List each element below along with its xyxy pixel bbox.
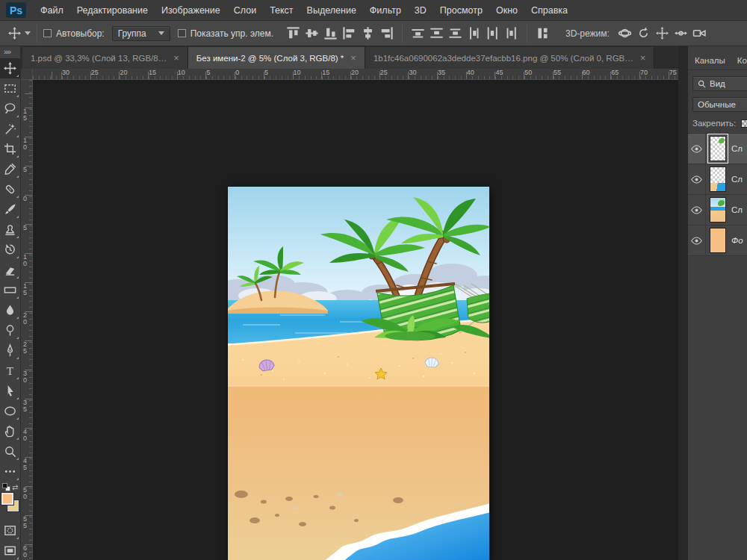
panel-tab-channels[interactable]: Каналы [695,56,725,65]
menu-item[interactable]: Фильтр [363,0,408,21]
ruler-corner[interactable] [21,69,33,80]
ruler-label: 25 [23,341,29,355]
spot-healing-brush-tool[interactable] [0,179,20,199]
ruler-label: 5 [264,69,268,76]
path-selection-tool[interactable] [0,381,20,401]
eraser-tool[interactable] [0,260,20,280]
layer-filter-dropdown[interactable]: Вид [692,76,747,91]
edit-toolbar-button[interactable] [0,461,20,482]
layer-name[interactable]: Сл [731,144,743,153]
swap-colors-icon[interactable]: ⇄ [12,483,18,491]
hand-tool[interactable] [0,421,20,441]
distribute-left-edges-button[interactable] [465,25,483,43]
menu-item[interactable]: Изображение [155,0,227,21]
layer-thumbnail[interactable] [710,197,726,223]
layer-row[interactable]: Сл [688,195,747,225]
menu-item[interactable]: Файл [34,0,70,21]
menu-item[interactable]: Просмотр [433,0,489,21]
menu-item[interactable]: Окно [489,0,524,21]
layer-visibility-toggle[interactable] [688,225,706,255]
panel-tab-paths[interactable]: Контуры [737,56,747,65]
layer-name[interactable]: Фо [731,236,743,245]
ruler-label: 55 [554,69,561,76]
move-tool[interactable] [0,58,20,78]
menu-item[interactable]: Слои [227,0,263,21]
horizontal-ruler[interactable]: 3025201510505101520253035404550556065707… [33,69,678,80]
autoselect-checkbox[interactable] [43,29,52,37]
tool-preset-caret-icon[interactable] [25,31,31,35]
gradient-tool[interactable] [0,280,20,300]
align-horizontal-centers-button[interactable] [359,25,377,43]
canvas-document[interactable] [228,187,489,560]
quick-mask-button[interactable] [0,520,20,541]
shape-tool[interactable] [0,401,20,421]
layer-row[interactable]: Сл [688,134,747,164]
autoselect-target-dropdown[interactable]: Группа [112,26,170,41]
close-tab-icon[interactable]: × [640,53,646,63]
ruler-label: 15 [23,108,29,122]
layer-name[interactable]: Сл [731,175,743,184]
3d-camera-button[interactable] [690,25,709,43]
vertical-ruler[interactable]: 15105051015202530354045505560 [21,80,33,560]
layer-visibility-toggle[interactable] [688,195,706,225]
layer-visibility-toggle[interactable] [688,164,706,194]
document-tab[interactable]: 1.psd @ 33,3% (Слой 13, RGB/8…× [22,47,188,69]
align-left-edges-button[interactable] [340,25,359,43]
distribute-vertical-centers-button[interactable] [427,25,446,43]
brush-tool[interactable] [0,199,20,220]
foreground-color-swatch[interactable] [1,493,13,505]
dodge-tool[interactable] [0,320,20,340]
rectangular-marquee-tool[interactable] [0,78,20,99]
distribute-right-edges-button[interactable] [502,25,521,43]
3d-roll-button[interactable] [634,25,653,43]
ruler-label: 35 [23,399,29,413]
magic-wand-tool[interactable] [0,119,20,139]
blend-mode-dropdown[interactable]: Обычные [692,97,747,112]
toolbar-collapse-icon[interactable]: »» [0,46,20,58]
distribute-bottom-edges-button[interactable] [446,25,465,43]
menu-item[interactable]: Текст [263,0,300,21]
layer-visibility-toggle[interactable] [688,134,706,164]
ruler-label: 45 [496,69,503,76]
distribute-top-edges-button[interactable] [409,25,427,43]
menu-item[interactable]: Справка [524,0,574,21]
document-tab[interactable]: 1b1fc46a0690062a3dedde37efacbb16.png @ 5… [365,47,654,69]
menu-item[interactable]: 3D [408,0,433,21]
distribute-horizontal-centers-button[interactable] [483,25,502,43]
document-tab[interactable]: Без имени-2 @ 5% (Слой 3, RGB/8) *× [188,47,365,69]
align-top-edges-button[interactable] [284,25,303,43]
close-tab-icon[interactable]: × [350,53,356,63]
3d-pan-button[interactable] [653,25,672,43]
eyedropper-tool[interactable] [0,159,20,179]
clone-stamp-tool[interactable] [0,220,20,240]
crop-tool[interactable] [0,139,20,159]
lasso-tool[interactable] [0,99,20,119]
dock-divider[interactable] [678,46,688,560]
zoom-tool[interactable] [0,441,20,461]
menu-item[interactable]: Выделение [300,0,363,21]
blur-tool[interactable] [0,300,20,320]
layer-thumbnail[interactable] [710,136,726,161]
layer-row[interactable]: Сл [688,164,747,195]
align-right-edges-button[interactable] [377,25,396,43]
ruler-label: 65 [611,69,619,76]
ruler-label: 40 [23,429,29,442]
screen-mode-button[interactable] [0,541,20,560]
menu-item[interactable]: Редактирование [70,0,155,21]
history-brush-tool[interactable] [0,240,20,260]
layer-thumbnail[interactable] [710,167,726,192]
pen-tool[interactable] [0,340,20,361]
show-transform-controls-checkbox[interactable] [178,29,186,37]
3d-slide-button[interactable] [672,25,690,43]
3d-orbit-button[interactable] [616,25,634,43]
distribute-spacing-button[interactable] [533,25,552,43]
align-vertical-centers-button[interactable] [303,25,321,43]
align-bottom-edges-button[interactable] [321,25,340,43]
layer-thumbnail[interactable] [710,228,726,253]
lock-transparency-icon[interactable] [741,119,747,128]
layer-row[interactable]: Фо [688,225,747,256]
close-tab-icon[interactable]: × [173,53,179,63]
type-tool[interactable]: T [0,361,20,381]
layer-name[interactable]: Сл [731,205,743,214]
current-tool-indicator[interactable] [7,26,31,40]
